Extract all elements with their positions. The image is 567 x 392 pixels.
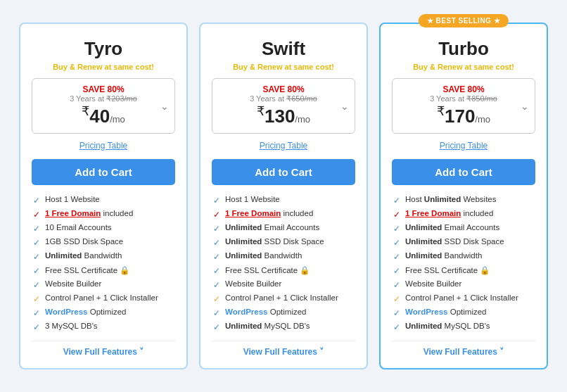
feature-icon-blue: ✓ [392, 238, 402, 248]
feature-text: Unlimited MySQL DB's [225, 322, 355, 330]
feature-item: ✓Control Panel + 1 Click Installer [392, 293, 535, 304]
feature-item: ✓WordPress Optimized [212, 308, 355, 318]
feature-item: ✓WordPress Optimized [392, 308, 535, 318]
feature-icon-blue: ✓ [392, 224, 402, 234]
original-price-swift: 3 Years at ₹650/mo [219, 94, 348, 103]
save-badge-tyro: SAVE 80% [39, 84, 167, 94]
pricing-table-link-swift[interactable]: Pricing Table [212, 141, 355, 151]
view-features-link-swift[interactable]: View Full Features ˅ [212, 341, 355, 357]
feature-text: Unlimited Email Accounts [405, 223, 535, 232]
feature-text: Control Panel + 1 Click Installer [45, 293, 175, 302]
plan-card-tyro: TyroBuy & Renew at same cost! SAVE 80% 3… [19, 23, 188, 369]
feature-icon-blue: ✓ [212, 224, 222, 234]
feature-text: Unlimited Bandwidth [225, 251, 355, 260]
feature-icon-blue: ✓ [392, 280, 402, 290]
feature-icon-blue: ✓ [212, 308, 222, 318]
feature-item: ✓Unlimited MySQL DB's [212, 322, 355, 332]
plan-tagline-turbo: Buy & Renew at same cost! [392, 63, 535, 71]
feature-text: 1 Free Domain included [45, 209, 175, 217]
feature-item: ✓Control Panel + 1 Click Installer [212, 293, 355, 304]
feature-item: ✓Free SSL Certificate 🔒 [212, 265, 355, 276]
feature-icon-blue: ✓ [392, 308, 402, 318]
feature-icon-blue: ✓ [32, 196, 42, 206]
feature-item: ✓Website Builder [212, 279, 355, 290]
save-badge-turbo: SAVE 80% [400, 84, 528, 94]
feature-item: ✓Website Builder [392, 279, 535, 290]
feature-icon-blue: ✓ [212, 280, 222, 290]
features-list-turbo: ✓Host Unlimited Websites✓1 Free Domain i… [392, 195, 535, 332]
view-features-link-tyro[interactable]: View Full Features ˅ [32, 341, 175, 357]
feature-text: Free SSL Certificate 🔒 [225, 265, 355, 275]
feature-icon-blue: ✓ [392, 266, 402, 276]
feature-item: ✓Control Panel + 1 Click Installer [32, 293, 175, 304]
add-to-cart-button-swift[interactable]: Add to Cart [212, 159, 355, 185]
plan-card-turbo: ★ BEST SELLING ★TurboBuy & Renew at same… [379, 23, 548, 369]
pricing-table-link-turbo[interactable]: Pricing Table [392, 141, 535, 151]
feature-item: ✓10 Email Accounts [32, 223, 175, 234]
feature-item: ✓Free SSL Certificate 🔒 [32, 265, 175, 276]
plans-container: TyroBuy & Renew at same cost! SAVE 80% 3… [19, 23, 548, 369]
feature-icon-blue: ✓ [212, 322, 222, 332]
feature-text: Free SSL Certificate 🔒 [45, 265, 175, 275]
price-box-swift[interactable]: SAVE 80% 3 Years at ₹650/mo ₹130/mo ⌄ [212, 78, 355, 134]
price-box-tyro[interactable]: SAVE 80% 3 Years at ₹203/mo ₹40/mo ⌄ [32, 78, 175, 134]
feature-item: ✓Host 1 Website [32, 195, 175, 206]
feature-text: Host 1 Website [225, 195, 355, 203]
plan-tagline-swift: Buy & Renew at same cost! [212, 63, 355, 71]
add-to-cart-button-turbo[interactable]: Add to Cart [392, 159, 535, 185]
feature-text: Unlimited Bandwidth [45, 251, 175, 260]
feature-icon-red: ✓ [392, 210, 402, 220]
feature-text: Control Panel + 1 Click Installer [405, 293, 535, 302]
feature-text: WordPress Optimized [225, 308, 355, 316]
plan-name-turbo: Turbo [392, 38, 535, 60]
feature-icon-blue: ✓ [212, 238, 222, 248]
original-price-turbo: 3 Years at ₹850/mo [400, 94, 528, 103]
current-price-turbo: ₹170/mo [400, 103, 528, 127]
plan-name-swift: Swift [212, 38, 355, 60]
dropdown-arrow-tyro[interactable]: ⌄ [160, 101, 169, 112]
dropdown-arrow-swift[interactable]: ⌄ [340, 101, 349, 112]
feature-text: Unlimited MySQL DB's [405, 322, 535, 330]
feature-item: ✓1 Free Domain included [392, 209, 535, 220]
feature-text: 1 Free Domain included [225, 209, 355, 217]
feature-text: Unlimited Bandwidth [405, 251, 535, 260]
feature-icon-blue: ✓ [32, 224, 42, 234]
pricing-table-link-tyro[interactable]: Pricing Table [32, 141, 175, 151]
feature-icon-blue: ✓ [212, 266, 222, 276]
plan-name-tyro: Tyro [32, 38, 175, 60]
feature-icon-orange: ✓ [32, 294, 42, 304]
save-badge-swift: SAVE 80% [219, 84, 348, 94]
price-box-turbo[interactable]: SAVE 80% 3 Years at ₹850/mo ₹170/mo ⌄ [392, 78, 535, 134]
feature-text: Website Builder [225, 279, 355, 288]
feature-item: ✓Unlimited SSD Disk Space [212, 237, 355, 248]
feature-icon-orange: ✓ [212, 294, 222, 304]
feature-text: Unlimited SSD Disk Space [225, 237, 355, 246]
feature-icon-blue: ✓ [32, 238, 42, 248]
view-features-link-turbo[interactable]: View Full Features ˅ [392, 341, 535, 357]
feature-item: ✓1GB SSD Disk Space [32, 237, 175, 248]
plan-tagline-tyro: Buy & Renew at same cost! [32, 63, 175, 71]
feature-item: ✓Host Unlimited Websites [392, 195, 535, 206]
feature-item: ✓Unlimited Bandwidth [32, 251, 175, 262]
feature-icon-blue: ✓ [392, 322, 402, 332]
features-list-swift: ✓Host 1 Website✓1 Free Domain included✓U… [212, 195, 355, 332]
current-price-tyro: ₹40/mo [39, 103, 167, 127]
feature-icon-blue: ✓ [32, 280, 42, 290]
feature-text: Unlimited SSD Disk Space [405, 237, 535, 246]
feature-item: ✓3 MySQL DB's [32, 322, 175, 332]
original-price-tyro: 3 Years at ₹203/mo [39, 94, 167, 103]
feature-text: WordPress Optimized [405, 308, 535, 316]
feature-text: 1GB SSD Disk Space [45, 237, 175, 246]
feature-item: ✓Unlimited Email Accounts [392, 223, 535, 234]
feature-text: Control Panel + 1 Click Installer [225, 293, 355, 302]
feature-text: Host 1 Website [45, 195, 175, 203]
feature-icon-blue: ✓ [32, 308, 42, 318]
feature-item: ✓Unlimited Email Accounts [212, 223, 355, 234]
dropdown-arrow-turbo[interactable]: ⌄ [521, 101, 529, 112]
feature-icon-orange: ✓ [392, 294, 402, 304]
feature-icon-blue: ✓ [392, 252, 402, 262]
add-to-cart-button-tyro[interactable]: Add to Cart [32, 159, 175, 185]
feature-icon-red: ✓ [32, 210, 42, 220]
features-list-tyro: ✓Host 1 Website✓1 Free Domain included✓1… [32, 195, 175, 332]
feature-icon-blue: ✓ [32, 252, 42, 262]
